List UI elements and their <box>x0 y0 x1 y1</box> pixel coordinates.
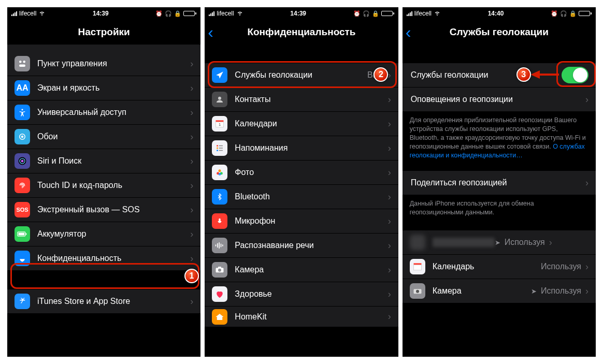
row-itunes[interactable]: iTunes Store и App Store › <box>7 289 200 314</box>
signal-icon <box>11 11 17 16</box>
wifi-icon <box>38 9 46 18</box>
svg-point-1 <box>23 61 26 63</box>
page-title: Настройки <box>78 26 130 38</box>
wifi-icon <box>434 9 441 18</box>
svg-point-33 <box>218 269 221 272</box>
svg-point-5 <box>21 136 24 138</box>
row-display[interactable]: AA Экран и яркость › <box>7 76 200 100</box>
row-health[interactable]: Здоровье › <box>205 282 398 307</box>
row-wallpaper[interactable]: Обои › <box>7 125 200 149</box>
chevron-right-icon: › <box>190 253 193 264</box>
nav-bar: ‹ Конфиденциальность <box>205 20 398 45</box>
step-badge-3: 3 <box>516 67 531 82</box>
app-label-blurred <box>433 238 495 247</box>
back-button[interactable]: ‹ <box>406 24 411 40</box>
svg-rect-21 <box>219 150 223 151</box>
wallpaper-icon <box>15 129 30 144</box>
row-alerts[interactable]: Оповещения о геопозиции › <box>403 88 596 112</box>
camera-icon <box>410 283 425 299</box>
svg-point-17 <box>217 148 218 149</box>
chevron-right-icon: › <box>388 94 391 105</box>
row-camera[interactable]: Камера › <box>205 258 398 282</box>
svg-point-0 <box>19 61 22 63</box>
signal-icon <box>209 11 214 16</box>
clock: 14:39 <box>290 10 306 17</box>
svg-rect-28 <box>217 243 218 247</box>
row-app-blurred[interactable]: ➤ Используя › <box>403 230 596 255</box>
nav-bar: ‹ Службы геолокации <box>403 20 596 45</box>
row-touchid[interactable]: Touch ID и код-пароль › <box>7 173 200 198</box>
chevron-right-icon: › <box>388 143 391 154</box>
row-share-location[interactable]: Поделиться геопозицией › <box>403 171 596 195</box>
accessibility-icon <box>15 105 30 120</box>
row-privacy[interactable]: Конфиденциальность › <box>7 246 200 271</box>
screen-location-services: lifecell 14:40 ⏰ 🎧 🔒 ‹ Службы геолокации… <box>403 7 596 357</box>
nav-arrow-icon: ➤ <box>495 239 500 246</box>
orientation-lock-icon: 🔒 <box>569 10 577 17</box>
arrow-head-icon <box>530 70 540 79</box>
svg-rect-30 <box>221 244 222 247</box>
chevron-right-icon: › <box>190 107 193 118</box>
row-app-camera[interactable]: Камера ➤ Используя › <box>403 279 596 303</box>
row-speech[interactable]: Распознавание речи › <box>205 234 398 258</box>
appstore-icon <box>15 294 30 309</box>
status-right: ⏰ 🎧 🔒 <box>353 10 394 17</box>
svg-point-38 <box>416 290 419 293</box>
fingerprint-icon <box>15 178 30 193</box>
battery-row-icon <box>15 226 30 242</box>
row-app-calendar[interactable]: Календарь Используя › <box>403 255 596 279</box>
battery-icon <box>579 11 592 16</box>
location-icon <box>212 67 227 83</box>
row-location-toggle[interactable]: Службы геолокации <box>403 63 596 88</box>
svg-rect-35 <box>413 263 421 265</box>
chevron-right-icon: › <box>388 265 391 275</box>
nav-arrow-icon: ➤ <box>531 287 537 295</box>
row-accessibility[interactable]: Универсальный доступ › <box>7 100 200 125</box>
mic-icon <box>212 213 227 229</box>
row-reminders[interactable]: Напоминания › <box>205 136 398 161</box>
clock: 14:40 <box>488 10 504 17</box>
svg-rect-19 <box>219 145 223 147</box>
row-homekit[interactable]: HomeKit › <box>205 307 398 327</box>
row-sos[interactable]: SOS Экстренный вызов — SOS › <box>7 198 200 222</box>
calendar-icon <box>410 259 425 274</box>
svg-rect-2 <box>19 65 25 67</box>
svg-rect-31 <box>222 244 223 246</box>
app-icon-blurred <box>410 235 425 250</box>
bluetooth-icon <box>212 189 227 205</box>
chevron-right-icon: › <box>190 205 193 215</box>
row-siri[interactable]: Siri и Поиск › <box>7 149 200 173</box>
status-right: ⏰ 🎧 🔒 <box>155 10 196 17</box>
location-toggle[interactable] <box>562 67 588 83</box>
camera-icon <box>212 262 227 278</box>
row-location-services[interactable]: Службы геолокации Вкл. › <box>205 63 398 88</box>
orientation-lock-icon: 🔒 <box>372 10 379 17</box>
row-bluetooth[interactable]: Bluetooth › <box>205 185 398 209</box>
chevron-right-icon: › <box>585 178 588 188</box>
alarm-icon: ⏰ <box>353 10 361 17</box>
wifi-icon <box>236 9 243 18</box>
svg-rect-10 <box>19 233 25 236</box>
chevron-right-icon: › <box>388 167 391 178</box>
chevron-right-icon: › <box>190 229 193 240</box>
siri-icon <box>15 153 30 169</box>
chevron-right-icon: › <box>190 296 193 307</box>
row-contacts[interactable]: Контакты › <box>205 88 398 112</box>
row-battery[interactable]: Аккумулятор › <box>7 222 200 246</box>
contacts-icon <box>212 92 227 107</box>
row-microphone[interactable]: Микрофон › <box>205 209 398 234</box>
sos-icon: SOS <box>15 202 30 217</box>
footer-location-explain: Для определения приблизительной геопозиц… <box>403 112 596 166</box>
reminders-icon <box>212 140 227 156</box>
battery-icon <box>381 11 394 16</box>
orientation-lock-icon: 🔒 <box>174 10 181 17</box>
svg-point-16 <box>217 145 218 147</box>
alarm-icon: ⏰ <box>551 10 558 17</box>
carrier-label: lifecell <box>19 10 36 17</box>
row-photos[interactable]: Фото › <box>205 161 398 185</box>
svg-point-12 <box>218 97 221 100</box>
screen-settings: lifecell 14:39 ⏰ 🎧 🔒 Настройки Пункт упр… <box>7 7 200 357</box>
row-control-center[interactable]: Пункт управления › <box>7 52 200 76</box>
back-button[interactable]: ‹ <box>208 24 213 40</box>
row-calendars[interactable]: 1 Календари › <box>205 112 398 136</box>
